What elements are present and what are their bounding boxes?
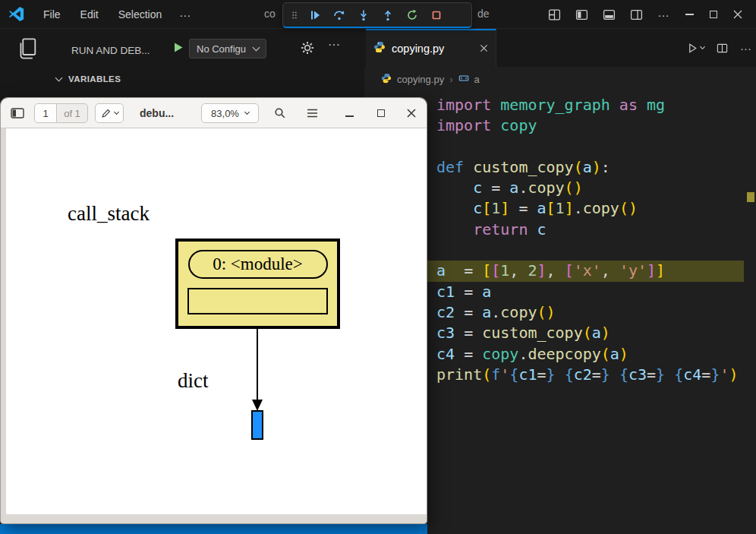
split-editor-icon[interactable] — [717, 43, 728, 54]
hamburger-menu-icon[interactable] — [300, 103, 324, 123]
debug-continue-icon[interactable] — [303, 5, 327, 26]
editor-overflow-icon[interactable]: ··· — [740, 42, 751, 55]
breadcrumb-separator: › — [449, 74, 452, 85]
start-debug-icon[interactable] — [173, 42, 184, 56]
debug-stop-icon[interactable] — [424, 5, 449, 26]
document-viewer-window: of 1 debu... 83,0% call_stack 0 — [0, 97, 427, 524]
document-page: call_stack 0: <module> dict — [6, 128, 427, 514]
edge-line — [257, 329, 258, 402]
debug-step-over-icon[interactable] — [327, 5, 351, 26]
viewer-header[interactable]: of 1 debu... 83,0% — [1, 98, 427, 128]
minimize-button[interactable] — [677, 0, 701, 29]
zoom-value: 83,0% — [211, 108, 239, 119]
stack-frame-node: 0: <module> — [175, 239, 340, 329]
viewer-close-button[interactable] — [402, 103, 421, 123]
toggle-panel-bottom-icon[interactable] — [595, 0, 622, 29]
debug-toolbar — [282, 2, 472, 28]
window-title-fragment-right: de — [477, 8, 490, 20]
debug-step-out-icon[interactable] — [376, 5, 400, 26]
drag-grip-icon[interactable] — [286, 5, 303, 26]
search-icon[interactable] — [268, 103, 292, 123]
chevron-down-icon — [244, 109, 250, 115]
python-file-icon — [373, 41, 386, 56]
explorer-icon[interactable] — [15, 36, 39, 64]
breadcrumb-symbol[interactable]: a — [474, 74, 480, 85]
chevron-down-icon — [113, 109, 118, 115]
viewer-minimize-button[interactable] — [339, 103, 359, 123]
debug-config-select[interactable]: No Configu — [189, 39, 266, 58]
maximize-button[interactable] — [701, 0, 726, 29]
tab-strip: copying.py ··· — [364, 29, 756, 67]
page-total-label: of 1 — [56, 103, 88, 123]
viewer-window-title: debu... — [140, 98, 174, 128]
zoom-select[interactable]: 83,0% — [201, 103, 259, 123]
gear-icon[interactable] — [301, 41, 314, 58]
menu-bar: File Edit Selection ··· — [33, 0, 198, 29]
vscode-logo-icon — [8, 6, 24, 25]
toggle-panel-left-icon[interactable] — [568, 0, 595, 29]
chevron-down-icon — [253, 44, 260, 52]
tab-copying-py[interactable]: copying.py — [366, 29, 496, 67]
edge-arrowhead-icon — [252, 400, 263, 411]
customize-layout-icon[interactable] — [540, 0, 568, 29]
overview-ruler-mark — [747, 192, 754, 202]
tab-close-icon[interactable] — [480, 42, 488, 55]
viewer-content: call_stack 0: <module> dict — [1, 128, 427, 523]
menu-edit[interactable]: Edit — [71, 4, 109, 25]
frame-title: 0: <module> — [188, 250, 328, 279]
variables-section-label: VARIABLES — [68, 74, 121, 84]
viewer-maximize-button[interactable] — [371, 103, 391, 123]
panel-title: RUN AND DEB... — [71, 45, 150, 56]
breadcrumb-file[interactable]: copying.py — [397, 74, 444, 85]
menu-overflow-icon[interactable]: ··· — [172, 8, 198, 21]
menu-file[interactable]: File — [33, 4, 71, 25]
page-number-input[interactable] — [34, 103, 57, 123]
run-python-file-button[interactable] — [687, 43, 704, 54]
status-bar — [0, 524, 427, 534]
call-stack-label: call_stack — [68, 202, 150, 226]
sidebar-toggle-icon[interactable] — [5, 103, 30, 123]
edge-label: dict — [178, 369, 209, 393]
dict-node-pointer — [251, 410, 263, 440]
chevron-down-icon — [55, 74, 63, 82]
tab-label: copying.py — [392, 43, 474, 55]
debug-step-into-icon[interactable] — [351, 5, 376, 26]
window-title-fragment-left: co — [264, 8, 276, 20]
panel-overflow-icon[interactable]: ··· — [328, 38, 340, 52]
menu-selection[interactable]: Selection — [109, 4, 172, 25]
breadcrumb: copying.py › a — [364, 67, 756, 91]
frame-slot — [187, 288, 328, 314]
debug-config-label: No Configu — [197, 43, 246, 55]
python-file-icon — [381, 73, 392, 86]
symbol-variable-icon — [458, 73, 469, 86]
toggle-panel-right-icon[interactable] — [622, 0, 650, 29]
debug-restart-icon[interactable] — [400, 5, 424, 26]
annotate-button[interactable] — [95, 103, 124, 123]
titlebar-overflow-icon[interactable]: ··· — [650, 0, 677, 29]
variables-section-header[interactable]: VARIABLES — [56, 74, 121, 84]
close-window-button[interactable] — [726, 0, 750, 29]
chevron-down-icon — [700, 44, 705, 49]
